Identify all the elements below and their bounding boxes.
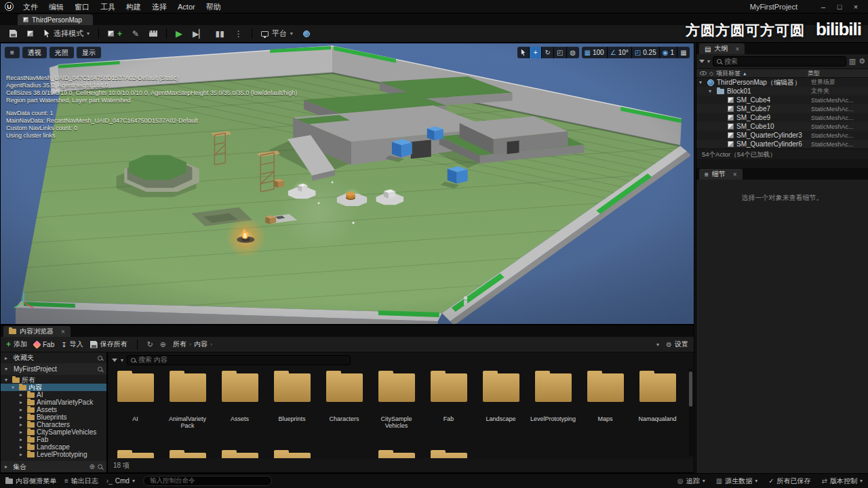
select-mode-dropdown[interactable]: 选择模式 ▾ xyxy=(39,27,94,41)
world-space-icon[interactable]: ◍ xyxy=(567,47,579,58)
menu-select[interactable]: 选择 xyxy=(146,0,172,14)
platforms-dropdown[interactable]: 平台 ▾ xyxy=(257,27,297,41)
outliner-columns-header[interactable]: ◇ 项目标签 ▴ 类型 xyxy=(696,68,868,78)
menu-build[interactable]: 构建 xyxy=(121,0,146,14)
rotate-tool-icon[interactable]: ↻ xyxy=(542,47,554,58)
chevron-down-icon[interactable]: ▾ xyxy=(656,342,659,348)
folder-tile-partial[interactable] xyxy=(370,447,422,458)
tree-item-all[interactable]: ▾所有 xyxy=(1,376,106,384)
sync-icon[interactable]: ↻ xyxy=(147,340,153,349)
folder-tile[interactable]: Maps xyxy=(579,367,631,429)
trace-button[interactable]: ◎追踪▾ xyxy=(677,476,705,486)
filter-icon[interactable] xyxy=(699,60,705,63)
folder-tile[interactable]: Landscape xyxy=(475,367,527,429)
filter-icon[interactable] xyxy=(112,359,117,362)
gear-icon[interactable]: ⚙ xyxy=(859,57,865,66)
chevron-down-icon[interactable]: ▾ xyxy=(121,357,123,363)
scale-tool-icon[interactable]: ◰ xyxy=(554,47,566,58)
search-icon[interactable] xyxy=(98,464,102,469)
search-icon[interactable] xyxy=(98,367,102,371)
add-actor-button[interactable]: + xyxy=(104,27,126,41)
sort-asc-icon[interactable]: ▴ xyxy=(743,70,746,77)
cinematics-button[interactable] xyxy=(145,27,161,41)
outliner-row[interactable]: SM_Cube9StaticMeshAc... xyxy=(696,113,868,122)
folder-tile[interactable]: Blueprints xyxy=(266,367,318,429)
folder-tile-partial[interactable] xyxy=(109,447,161,458)
folder-tile[interactable]: AnimalVariety Pack xyxy=(161,367,214,429)
tree-item[interactable]: ▸AI xyxy=(1,391,106,399)
outliner-row[interactable]: SM_QuarterCylinder6StaticMeshAc... xyxy=(696,140,868,148)
import-button[interactable]: ↧导入 xyxy=(61,340,83,349)
fab-button[interactable]: Fab xyxy=(34,341,54,348)
scrollbar[interactable] xyxy=(689,369,692,456)
viewport-layout-icon[interactable]: ▦ xyxy=(677,47,690,58)
menu-file[interactable]: 文件 xyxy=(18,0,43,14)
minimize-icon[interactable]: – xyxy=(815,1,831,13)
outliner-row[interactable]: SM_Cube7StaticMeshAc... xyxy=(696,104,868,113)
tree-item-content[interactable]: ▾内容 xyxy=(1,384,106,391)
outliner-row[interactable]: SM_Cube10StaticMeshAc... xyxy=(696,122,868,131)
play-options-button[interactable]: ⋮ xyxy=(231,27,247,41)
scrollbar-thumb[interactable] xyxy=(689,371,692,407)
move-tool-icon[interactable]: + xyxy=(530,47,542,58)
all-saved-status[interactable]: ✓所有已保存 xyxy=(768,476,810,486)
eye-icon[interactable] xyxy=(700,71,707,75)
content-drawer-button[interactable]: 内容侧滑菜单 xyxy=(5,476,56,486)
tab-content-browser[interactable]: 内容浏览器 × xyxy=(3,326,71,337)
pause-button[interactable]: ▮▮ xyxy=(212,27,229,41)
tab-outliner[interactable]: ▤ 大纲 × xyxy=(699,43,745,54)
folder-tile[interactable]: AI xyxy=(109,367,161,429)
tree-item[interactable]: ▸Blueprints xyxy=(1,413,106,421)
lit-mode-button[interactable]: 光照 xyxy=(50,47,74,58)
play-button[interactable]: ▶ xyxy=(172,27,186,41)
tree-item[interactable]: ▸LevelPrototyping xyxy=(1,451,106,458)
folder-tile-partial[interactable] xyxy=(422,447,475,458)
folder-tile[interactable]: CitySample Vehicles xyxy=(370,367,422,429)
add-collection-icon[interactable]: ⊕ xyxy=(90,463,95,470)
folder-tile-partial[interactable] xyxy=(266,447,318,458)
project-section[interactable]: ▾MyFirstProject xyxy=(1,363,106,375)
derived-data-button[interactable]: ▥源生数据▾ xyxy=(716,476,757,486)
asset-search-input[interactable]: 搜索 内容 xyxy=(127,355,351,365)
outliner-row-world[interactable]: ▾ ThirdPersonMap（编辑器）世界场景 xyxy=(696,78,868,87)
console-command-input[interactable]: 输入控制台命令 xyxy=(143,476,272,486)
folder-tile[interactable]: Characters xyxy=(318,367,370,429)
tree-item[interactable]: ▸Characters xyxy=(1,421,106,428)
view-options-icon[interactable]: ▥ xyxy=(849,57,856,66)
outliner-search-input[interactable]: 搜索 xyxy=(713,56,846,66)
settings-button[interactable]: ⚙设置 xyxy=(666,340,688,349)
camera-speed-button[interactable]: ◉1 xyxy=(660,47,677,58)
path-picker-icon[interactable]: ⊕ xyxy=(160,340,166,349)
chevron-down-icon[interactable]: ▾ xyxy=(707,58,710,64)
menu-edit[interactable]: 编辑 xyxy=(43,0,69,14)
tree-item[interactable]: ▸CitySampleVehicles xyxy=(1,428,106,436)
add-button[interactable]: +添加 xyxy=(6,340,27,349)
folder-tile[interactable]: Namaqualand xyxy=(631,367,684,429)
skip-button[interactable]: ▶▏ xyxy=(189,27,209,41)
revision-control-button[interactable]: ⇄版本控制▾ xyxy=(822,476,863,486)
save-button[interactable] xyxy=(5,27,21,41)
breadcrumb-all[interactable]: 所有 xyxy=(173,340,186,349)
menu-help[interactable]: 帮助 xyxy=(201,0,226,14)
save-all-button[interactable]: 保存所有 xyxy=(90,340,127,349)
menu-actor[interactable]: Actor xyxy=(172,0,201,14)
tab-thirdpersonmap[interactable]: ThirdPersonMap xyxy=(18,14,93,25)
pin-icon[interactable]: ◇ xyxy=(709,70,713,77)
folder-tile-partial[interactable] xyxy=(161,447,214,458)
outliner-row[interactable]: SM_QuarterCylinder3StaticMeshAc... xyxy=(696,131,868,140)
tree-item[interactable]: ▸Landscape xyxy=(1,443,106,451)
menu-window[interactable]: 窗口 xyxy=(69,0,95,14)
perspective-button[interactable]: 透视 xyxy=(22,47,47,58)
viewport-options-button[interactable]: ≡ xyxy=(5,47,20,58)
select-tool-icon[interactable] xyxy=(517,47,530,58)
maximize-icon[interactable]: □ xyxy=(831,1,848,13)
outliner-row[interactable]: SM_Cube4StaticMeshAc... xyxy=(696,96,868,104)
folder-tile[interactable]: Assets xyxy=(214,367,266,429)
breadcrumb-content[interactable]: 内容 xyxy=(194,340,208,349)
menu-tools[interactable]: 工具 xyxy=(95,0,121,14)
close-icon[interactable]: × xyxy=(735,45,739,53)
close-icon[interactable]: × xyxy=(848,1,864,13)
blueprints-button[interactable]: ✎ xyxy=(128,27,143,41)
rotation-snap-toggle[interactable]: ∠10° xyxy=(608,47,632,58)
tree-item[interactable]: ▸Fab xyxy=(1,436,106,443)
